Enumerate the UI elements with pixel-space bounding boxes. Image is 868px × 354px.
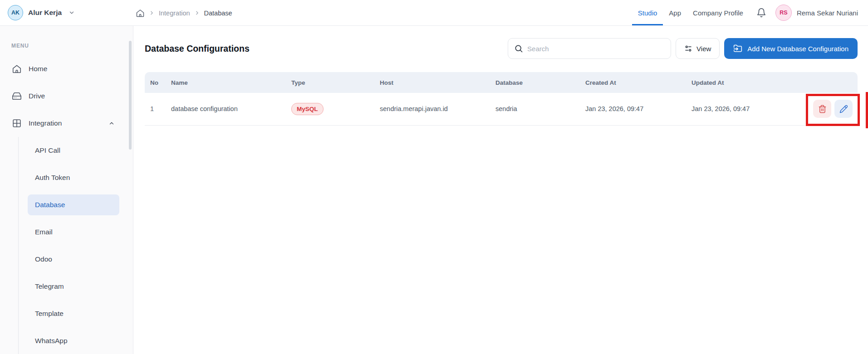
tab-company-profile[interactable]: Company Profile xyxy=(687,0,749,25)
sidebar-item-odoo[interactable]: Odoo xyxy=(19,246,133,273)
sidebar-item-home[interactable]: Home xyxy=(0,55,133,82)
cell-host: sendria.merapi.javan.id xyxy=(380,93,495,125)
add-database-configuration-button[interactable]: Add New Database Configuration xyxy=(724,38,858,59)
sidebar-item-label: Odoo xyxy=(28,249,119,270)
sidebar-item-telegram[interactable]: Telegram xyxy=(19,273,133,300)
page-title: Database Configurations xyxy=(145,44,250,54)
workspace-name: Alur Kerja xyxy=(28,9,62,17)
sidebar-item-label: API Call xyxy=(28,140,119,161)
sidebar-section-label: MENU xyxy=(11,43,133,49)
cell-created-at: Jan 23, 2026, 09:47 xyxy=(585,93,691,125)
view-button[interactable]: View xyxy=(676,38,720,59)
breadcrumb: Integration Database xyxy=(136,0,232,26)
column-header-type: Type xyxy=(291,72,380,93)
column-header-created-at: Created At xyxy=(585,72,691,93)
sidebar-item-label: Email xyxy=(28,222,119,242)
search-box xyxy=(508,38,671,59)
tab-studio[interactable]: Studio xyxy=(632,0,663,25)
sliders-icon xyxy=(684,44,692,53)
mysql-badge: MySQL xyxy=(291,103,324,115)
sidebar-item-integration[interactable]: Integration xyxy=(0,110,133,137)
sidebar-item-template[interactable]: Template xyxy=(19,300,133,327)
topbar: AK Alur Kerja Integration Database Studi… xyxy=(0,0,868,26)
table-row: 1 database configuration MySQL sendria.m… xyxy=(145,93,858,125)
column-header-database: Database xyxy=(495,72,585,93)
home-icon xyxy=(12,64,22,74)
grid-icon xyxy=(12,118,22,128)
sidebar-item-label: WhatsApp xyxy=(28,330,119,351)
breadcrumb-item-database: Database xyxy=(204,10,232,17)
main-content: Database Configurations View Add New Dat… xyxy=(133,26,868,354)
row-actions xyxy=(803,100,858,118)
sidebar-item-label: Drive xyxy=(29,92,45,100)
table-header-row: No Name Type Host Database Created At Up… xyxy=(145,72,858,93)
tab-app[interactable]: App xyxy=(663,0,687,25)
database-configurations-table: No Name Type Host Database Created At Up… xyxy=(145,72,858,126)
user-avatar: RS xyxy=(775,5,792,21)
column-header-name: Name xyxy=(171,72,291,93)
user-menu[interactable]: RS Rema Sekar Nuriani xyxy=(775,0,858,25)
breadcrumb-separator xyxy=(149,10,155,16)
sidebar-item-email[interactable]: Email xyxy=(19,218,133,246)
edit-button[interactable] xyxy=(834,100,853,118)
chevron-down-icon xyxy=(69,10,75,16)
toolbar-actions: View Add New Database Configuration xyxy=(508,38,858,59)
sidebar-item-drive[interactable]: Drive xyxy=(0,82,133,110)
sidebar-item-label: Home xyxy=(29,65,47,73)
sidebar-item-database[interactable]: Database xyxy=(19,191,133,218)
cell-type: MySQL xyxy=(291,93,380,125)
cell-no: 1 xyxy=(145,93,171,125)
drive-icon xyxy=(12,91,22,101)
sidebar-scrollbar[interactable] xyxy=(129,41,132,150)
folder-input-icon xyxy=(733,44,742,53)
search-input[interactable] xyxy=(508,38,671,59)
trash-icon xyxy=(818,105,827,113)
integration-submenu: API Call Auth Token Database Email Odoo … xyxy=(18,137,133,354)
notifications-button[interactable] xyxy=(756,0,766,25)
workspace-switcher[interactable]: AK Alur Kerja xyxy=(0,0,75,25)
workspace-avatar: AK xyxy=(8,5,23,20)
chevron-up-icon xyxy=(108,120,115,126)
cell-database: sendria xyxy=(495,93,585,125)
column-header-host: Host xyxy=(380,72,495,93)
sidebar-item-api-call[interactable]: API Call xyxy=(19,137,133,164)
sidebar-item-label: Integration xyxy=(29,119,62,127)
sidebar-item-whatsapp[interactable]: WhatsApp xyxy=(19,327,133,354)
column-header-updated-at: Updated At xyxy=(691,72,803,93)
delete-button[interactable] xyxy=(813,100,831,118)
topbar-right: Studio App Company Profile RS Rema Sekar… xyxy=(632,0,868,25)
pencil-icon xyxy=(839,105,848,113)
add-button-label: Add New Database Configuration xyxy=(747,45,848,53)
sidebar: MENU Home Drive Integration API Call Aut… xyxy=(0,26,133,354)
sidebar-item-label: Database xyxy=(28,194,119,215)
view-button-label: View xyxy=(696,45,711,53)
column-header-no: No xyxy=(145,72,171,93)
cell-name: database configuration xyxy=(171,93,291,125)
sidebar-item-label: Template xyxy=(28,303,119,324)
cell-updated-at: Jan 23, 2026, 09:47 xyxy=(691,93,803,125)
sidebar-item-label: Auth Token xyxy=(28,167,119,188)
breadcrumb-item-integration[interactable]: Integration xyxy=(159,10,190,17)
cell-actions xyxy=(803,93,858,125)
user-name: Rema Sekar Nuriani xyxy=(797,9,858,17)
sidebar-item-auth-token[interactable]: Auth Token xyxy=(19,164,133,191)
column-header-actions xyxy=(803,72,858,93)
bell-icon xyxy=(756,8,766,18)
sidebar-item-label: Telegram xyxy=(28,276,119,297)
breadcrumb-separator xyxy=(194,10,200,16)
toolbar: Database Configurations View Add New Dat… xyxy=(145,38,858,59)
nav-tabs: Studio App Company Profile xyxy=(632,0,749,25)
home-icon[interactable] xyxy=(136,9,145,18)
